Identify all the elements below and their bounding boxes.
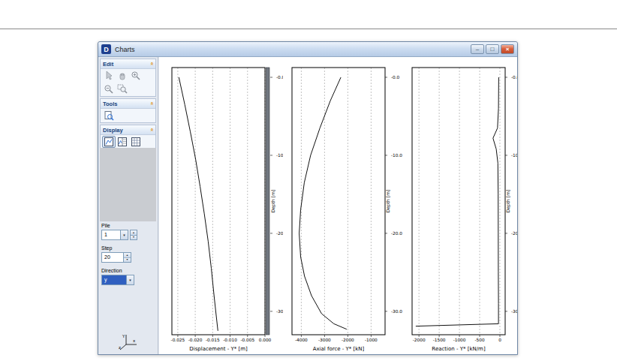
chart-table-view-icon	[116, 136, 128, 148]
depth-axis-label: Depth [m]	[270, 190, 276, 213]
axis-z-label: z	[119, 345, 121, 350]
depth-tick-label: -0.0	[391, 75, 400, 80]
title-bar[interactable]: D Charts – □ ×	[98, 42, 517, 57]
pan-button[interactable]	[116, 70, 129, 82]
depth-tick-label: -10.0	[276, 153, 283, 158]
panel-edit-header[interactable]: Edit «	[101, 59, 155, 69]
chart-view-button[interactable]	[102, 136, 116, 148]
panel-display-title: Display	[103, 127, 123, 134]
edit-icon-row-2	[101, 83, 155, 96]
panel-display-header[interactable]: Display «	[101, 125, 155, 135]
pile-spin-down-icon[interactable]: ▼	[130, 236, 137, 241]
depth-tick-label: -20.0	[276, 231, 283, 236]
x-tick-label: -500	[474, 338, 484, 342]
x-axis-title: Axial force - Y* [kN]	[313, 346, 365, 352]
step-spin-down-icon[interactable]: ▼	[124, 257, 131, 263]
select-button[interactable]	[102, 70, 116, 82]
chart-reaction: -2000-1500-1000-5000-0.0-10.0-20.0-30.0D…	[403, 59, 518, 354]
axis-x-label: x	[133, 338, 136, 343]
step-field: Step 20 ▲ ▼	[101, 245, 155, 263]
sidebar-preview-area	[100, 148, 156, 221]
depth-tick-label: -20.0	[391, 231, 402, 236]
depth-axis-label: Depth [m]	[385, 190, 391, 213]
axis-triad-icon: Y x z	[118, 332, 140, 352]
x-tick-label: -3000	[318, 338, 331, 342]
x-tick-label: -1500	[433, 338, 446, 342]
display-icon-row	[101, 135, 155, 149]
zoom-window-button[interactable]	[116, 83, 129, 95]
collapse-chevron-icon[interactable]: «	[149, 102, 155, 105]
pile-bar	[266, 68, 270, 335]
data-curve	[299, 77, 347, 329]
direction-label: Direction	[101, 268, 155, 273]
plot-frame	[412, 68, 505, 335]
x-tick-label: -1000	[365, 338, 378, 342]
chart-axial-force: -4000-3000-2000-1000-0.0-10.0-20.0-30.0D…	[283, 59, 403, 354]
minimize-button[interactable]: –	[471, 44, 484, 54]
app-icon: D	[101, 44, 111, 54]
direction-field: Direction y ▼	[101, 268, 155, 285]
window-title: Charts	[115, 46, 471, 53]
collapse-chevron-icon[interactable]: «	[149, 128, 155, 131]
direction-value: y	[102, 275, 126, 284]
panel-edit: Edit «	[100, 59, 156, 97]
step-spinner: ▲ ▼	[123, 253, 131, 262]
x-tick-label: -2000	[342, 338, 354, 342]
step-value: 20	[102, 253, 123, 262]
select-cursor-icon	[103, 70, 115, 82]
depth-tick-label: -0.0	[276, 75, 283, 80]
panel-tools-title: Tools	[103, 101, 117, 107]
direction-dropdown-icon[interactable]: ▼	[126, 275, 134, 284]
table-view-icon	[130, 136, 142, 148]
depth-axis-label: Depth [m]	[505, 190, 511, 213]
zoom-in-button[interactable]	[129, 70, 143, 82]
sidebar-fields: Pile 1 ▼ ▲ ▼ Step	[101, 223, 155, 290]
zoom-out-button[interactable]	[102, 83, 116, 95]
x-tick-label: -0.015	[206, 338, 220, 342]
table-view-button[interactable]	[129, 136, 143, 148]
close-button[interactable]: ×	[501, 44, 514, 54]
chart-table-view-button[interactable]	[116, 136, 129, 148]
pile-field: Pile 1 ▼ ▲ ▼	[101, 223, 155, 240]
x-axis-title: Reaction - Y* [kN/m]	[432, 346, 486, 352]
zoom-out-icon	[103, 83, 115, 95]
pile-value: 1	[102, 230, 120, 239]
maximize-button[interactable]: □	[486, 44, 499, 54]
depth-tick-label: -0.0	[511, 75, 518, 80]
depth-tick-label: -30.0	[391, 309, 402, 314]
depth-tick-label: -10.0	[391, 153, 402, 158]
step-label: Step	[101, 245, 155, 251]
chart-view-icon	[103, 136, 115, 148]
panel-tools-header[interactable]: Tools «	[101, 99, 155, 109]
x-tick-label: -0.005	[240, 338, 254, 342]
step-input[interactable]: 20 ▲ ▼	[101, 252, 131, 263]
pile-spinner: ▲ ▼	[130, 230, 137, 240]
pan-hand-icon	[116, 70, 128, 82]
chart-area: -0.025-0.020-0.015-0.010-0.0050.000-0.0-…	[159, 57, 517, 354]
collapse-chevron-icon[interactable]: «	[149, 62, 155, 65]
zoom-in-icon	[130, 70, 142, 82]
data-curve	[416, 77, 499, 326]
chart-displacement: -0.025-0.020-0.015-0.010-0.0050.000-0.0-…	[163, 59, 283, 354]
pile-spin-up-icon[interactable]: ▲	[130, 230, 137, 236]
page-rule	[0, 29, 617, 29]
x-tick-label: -0.025	[171, 338, 185, 342]
x-tick-label: -4000	[295, 338, 308, 342]
x-tick-label: -0.020	[188, 338, 203, 342]
zoom-window-icon	[116, 83, 128, 95]
panel-edit-title: Edit	[103, 61, 113, 68]
pile-combobox[interactable]: 1 ▼	[101, 230, 128, 240]
window-controls: – □ ×	[471, 44, 514, 54]
depth-tick-label: -30.0	[276, 309, 283, 314]
depth-tick-label: -30.0	[511, 309, 518, 314]
axis-y-label: Y	[122, 334, 125, 338]
pile-dropdown-icon[interactable]: ▼	[120, 230, 128, 239]
direction-combobox[interactable]: y ▼	[101, 275, 134, 285]
tools-icon-row	[101, 109, 155, 122]
x-tick-label: 0.000	[259, 338, 272, 342]
sidebar: Edit «	[98, 57, 158, 354]
depth-tick-label: -20.0	[511, 231, 518, 236]
plot-frame	[172, 68, 265, 335]
fit-to-window-button[interactable]	[102, 110, 116, 122]
panel-display: Display «	[100, 125, 156, 149]
